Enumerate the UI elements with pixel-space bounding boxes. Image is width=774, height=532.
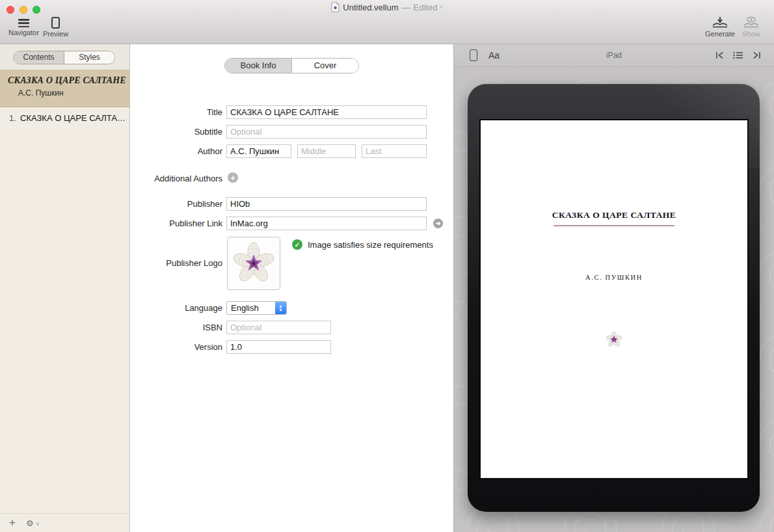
preview-stage: СКАЗКА О ЦАРЕ САЛТАНЕ А.С. ПУШКИН xyxy=(454,67,774,532)
navigator-button[interactable]: Navigator xyxy=(8,16,39,36)
show-button[interactable]: Show xyxy=(742,16,760,38)
book-info-panel: Book Info Cover Title Subtitle Author Ad… xyxy=(130,44,453,532)
document-icon xyxy=(331,2,340,12)
subtitle-label: Subtitle xyxy=(130,125,222,139)
generate-book-icon xyxy=(712,16,728,29)
first-page-icon[interactable] xyxy=(715,51,725,59)
edited-status: Edited xyxy=(414,3,438,12)
book-author: А.С. Пушкин xyxy=(0,86,129,98)
preview-page-title: СКАЗКА О ЦАРЕ САЛТАНЕ xyxy=(481,210,747,220)
open-link-button[interactable]: ➜ xyxy=(433,219,443,228)
logo-status-text: Image satisfies size requirements xyxy=(308,240,433,250)
chevron-down-icon: ˅ xyxy=(36,521,39,527)
logo-status-row: ✓ Image satisfies size requirements xyxy=(292,239,433,250)
table-of-contents-icon[interactable] xyxy=(733,51,743,59)
sidebar-footer: + ⚙ ˅ xyxy=(0,513,129,532)
book-header-row[interactable]: СКАЗКА О ЦАРЕ САЛТАНЕ А.С. Пушкин xyxy=(0,70,129,107)
title-label: Title xyxy=(130,105,222,119)
window-title: Untitled.vellum — Edited ˅ xyxy=(0,0,774,14)
vellum-window: Untitled.vellum — Edited ˅ Navigator Pre… xyxy=(0,0,774,532)
preview-toolbar: Aa iPad xyxy=(454,44,774,67)
ipad-screen: СКАЗКА О ЦАРЕ САЛТАНЕ А.С. ПУШКИН xyxy=(481,120,747,478)
isbn-input[interactable] xyxy=(226,321,331,334)
add-chapter-button[interactable]: + xyxy=(9,516,16,529)
chapter-title: СКАЗКА О ЦАРЕ САЛТА… xyxy=(20,113,126,123)
publisher-logo-well[interactable] xyxy=(227,237,280,290)
navigator-sidebar: Contents Styles СКАЗКА О ЦАРЕ САЛТАНЕ А.… xyxy=(0,44,130,532)
language-value: English xyxy=(227,302,275,314)
last-page-icon[interactable] xyxy=(752,51,761,59)
device-icon xyxy=(51,17,60,29)
publisher-label: Publisher xyxy=(130,197,222,211)
tab-styles[interactable]: Styles xyxy=(64,51,114,64)
generate-label: Generate xyxy=(705,30,735,38)
version-label: Version xyxy=(130,340,222,354)
document-name: Untitled.vellum xyxy=(343,3,398,12)
preview-label: Preview xyxy=(43,30,68,38)
navigator-icon xyxy=(18,19,29,27)
additional-authors-label: Additional Authors xyxy=(130,172,222,185)
generate-button[interactable]: Generate xyxy=(705,16,735,38)
plus-icon: + xyxy=(230,173,235,183)
language-popup[interactable]: English ▲▼ xyxy=(226,301,287,315)
add-author-button[interactable]: + xyxy=(228,172,238,183)
book-title: СКАЗКА О ЦАРЕ САЛТАНЕ xyxy=(0,70,129,86)
popup-stepper-icon: ▲▼ xyxy=(275,302,286,314)
publisher-link-input[interactable] xyxy=(226,217,427,230)
author-label: Author xyxy=(130,144,222,158)
navigator-label: Navigator xyxy=(8,29,39,36)
arrow-right-icon: ➜ xyxy=(435,220,440,227)
main-toolbar: Navigator Preview Generate Show xyxy=(0,14,774,44)
tab-cover[interactable]: Cover xyxy=(292,59,358,73)
publisher-link-label: Publisher Link xyxy=(130,217,222,230)
tab-book-info[interactable]: Book Info xyxy=(225,59,292,73)
subtitle-input[interactable] xyxy=(226,125,427,139)
author-first-input[interactable] xyxy=(226,144,291,158)
publisher-logo-label: Publisher Logo xyxy=(130,256,222,270)
ipad-device-frame: СКАЗКА О ЦАРЕ САЛТАНЕ А.С. ПУШКИН xyxy=(468,84,760,512)
tab-contents[interactable]: Contents xyxy=(14,51,64,64)
preview-title-rule xyxy=(554,225,674,226)
version-input[interactable] xyxy=(226,340,331,354)
preview-publisher-logo xyxy=(606,331,622,348)
publisher-input[interactable] xyxy=(226,197,427,211)
show-eye-icon xyxy=(743,16,760,29)
preview-button[interactable]: Preview xyxy=(43,16,68,38)
isbn-label: ISBN xyxy=(130,321,222,334)
author-last-input[interactable] xyxy=(362,144,427,158)
preview-panel: Aa iPad xyxy=(453,44,774,532)
title-menu-chevron-icon[interactable]: ˅ xyxy=(439,4,442,10)
title-dash: — xyxy=(402,3,410,12)
show-label: Show xyxy=(742,30,760,38)
language-label: Language xyxy=(130,301,222,315)
preview-page-author: А.С. ПУШКИН xyxy=(481,274,747,281)
author-middle-input[interactable] xyxy=(297,144,356,158)
chapter-list-item[interactable]: 1. СКАЗКА О ЦАРЕ САЛТА… xyxy=(0,109,129,127)
action-menu-button[interactable]: ⚙ ˅ xyxy=(26,518,40,528)
title-input[interactable] xyxy=(226,105,427,119)
publisher-logo-flower-image xyxy=(231,241,276,286)
bookinfo-segmented-control: Book Info Cover xyxy=(224,58,359,73)
chapter-number: 1. xyxy=(9,113,20,123)
title-bar: Untitled.vellum — Edited ˅ xyxy=(0,0,774,14)
sidebar-segmented-control: Contents Styles xyxy=(13,51,115,64)
check-circle-icon: ✓ xyxy=(292,239,302,250)
